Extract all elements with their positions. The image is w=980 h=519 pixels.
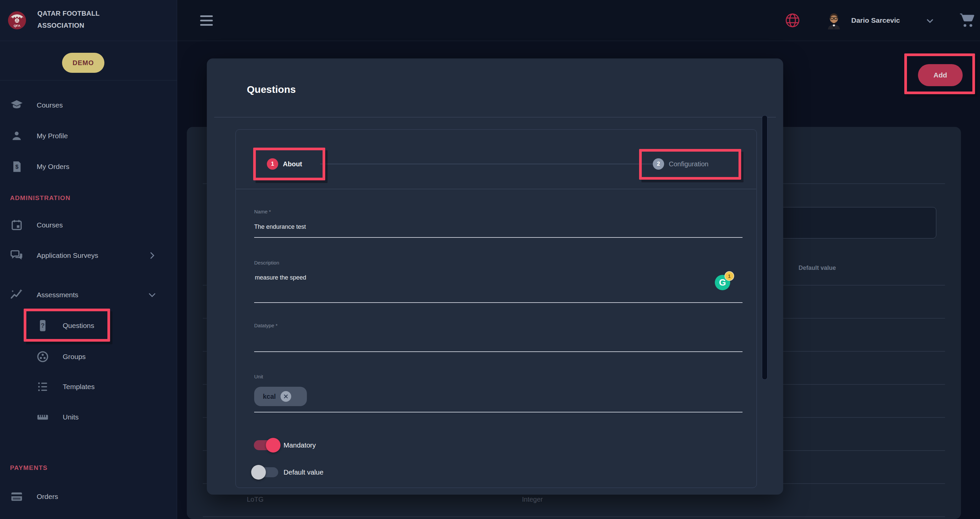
credit-card-icon [10,490,23,503]
sidebar-item-label: Assessments [37,284,78,306]
name-field-input[interactable]: The endurance test [254,224,306,230]
groups-icon [36,350,49,363]
sidebar-item-label: My Profile [37,125,68,147]
annotation-box-about [253,148,325,180]
modal-title: Questions [247,84,296,95]
default-value-toggle-knob[interactable] [251,465,266,480]
input-underline [254,237,743,238]
sidebar-item-label: My Orders [37,156,69,177]
sidebar-item-groups[interactable]: Groups [0,346,177,367]
sidebar-item-templates[interactable]: Templates [0,376,177,398]
table-header-default-value: Default value [799,265,836,271]
stepper-connector [320,164,653,164]
chevron-down-icon [148,290,157,300]
annotation-box-questions [24,308,110,342]
mandatory-toggle-knob[interactable] [266,438,280,452]
org-title-line2: ASSOCIATION [37,19,158,31]
unit-field-label: Unit [254,374,263,379]
sidebar: QFA QATAR FOOTBALL ASSOCIATION DEMO Cour… [0,0,177,519]
ruler-icon [36,410,49,424]
input-underline [254,302,743,303]
chevron-right-icon [148,251,157,260]
mandatory-toggle-label: Mandatory [283,439,316,451]
divider [235,189,756,189]
user-avatar[interactable] [825,11,843,29]
calendar-icon [10,219,23,232]
divider [0,41,177,41]
divider [203,516,945,517]
annotation-box-add [904,53,975,94]
modal-form-card [235,129,757,488]
qfa-logo: QFA [8,11,26,30]
chat-bubbles-icon [10,249,23,262]
cart-icon[interactable] [958,11,976,30]
org-title-line1: QATAR FOOTBALL [37,7,158,19]
description-field-input[interactable]: measure the speed [255,274,306,281]
sidebar-item-label: Courses [37,94,63,116]
user-menu-chevron-down-icon[interactable] [925,16,935,27]
globe-icon[interactable] [785,13,800,28]
org-title: QATAR FOOTBALL ASSOCIATION [37,7,158,31]
demo-badge: DEMO [62,53,104,73]
questions-modal: Questions 1 About 2 Configuration Name *… [207,58,783,495]
datatype-field-input[interactable] [254,335,743,349]
sidebar-item-admin-courses[interactable]: Courses [0,214,177,236]
graduation-cap-icon [10,99,23,112]
table-cell-datatype: Integer [522,496,543,503]
sparkline-icon [10,288,23,302]
sidebar-item-label: Templates [63,376,95,398]
sidebar-item-my-profile[interactable]: My Profile [0,125,177,147]
default-value-toggle-label: Default value [283,466,323,478]
divider [214,117,776,118]
sidebar-section-payments: PAYMENTS [10,463,48,473]
sidebar-item-assessments[interactable]: Assessments [0,284,177,306]
grammarly-count-badge: 1 [724,271,734,281]
svg-text:QFA: QFA [14,24,20,27]
table-cell-name: LoTG [247,496,264,503]
datatype-field-label: Datatype * [254,323,277,328]
sidebar-item-application-surveys[interactable]: Application Surveys [0,245,177,266]
unit-chip-label: kcal [263,393,276,401]
input-underline [254,412,743,412]
topbar: Dario Sarcevic [177,0,980,41]
sidebar-item-label: Units [63,406,79,428]
sidebar-item-label: Application Surveys [37,245,98,266]
list-icon [36,380,49,393]
hamburger-menu-icon[interactable] [200,15,213,26]
user-name[interactable]: Dario Sarcevic [851,12,900,29]
sidebar-item-label: Groups [63,346,86,367]
svg-text:$: $ [15,164,19,170]
sidebar-item-units[interactable]: Units [0,406,177,428]
name-field-label: Name * [254,209,271,214]
modal-scrollbar[interactable] [762,115,767,380]
sidebar-section-administration: ADMINISTRATION [10,193,70,203]
sidebar-item-courses[interactable]: Courses [0,94,177,116]
sidebar-item-label: Orders [37,486,58,507]
input-underline [254,351,743,352]
sidebar-item-orders[interactable]: Orders [0,486,177,507]
chip-remove-icon[interactable] [280,391,291,402]
person-icon [10,129,23,143]
annotation-box-configuration [639,149,741,180]
app-root: Dario Sarcevic QFA [0,0,980,519]
description-field-label: Description [254,260,279,265]
invoice-icon: $ [10,160,23,173]
sidebar-item-my-orders[interactable]: $ My Orders [0,156,177,177]
sidebar-item-label: Courses [37,214,63,236]
unit-chip[interactable]: kcal [254,387,307,406]
